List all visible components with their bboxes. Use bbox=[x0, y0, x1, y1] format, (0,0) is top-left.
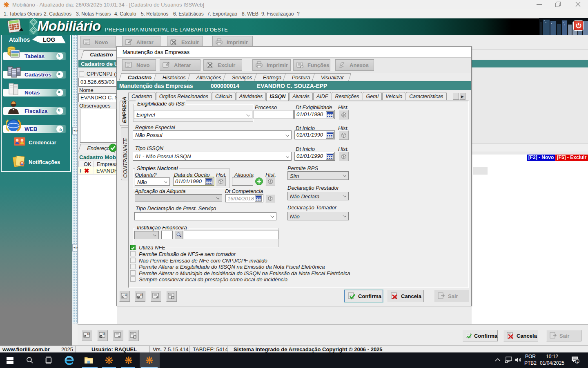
svg-text:10: 10 bbox=[125, 294, 127, 296]
svg-text:10: 10 bbox=[102, 333, 105, 335]
svg-text:1: 1 bbox=[577, 360, 578, 364]
svg-text:10: 10 bbox=[140, 294, 143, 296]
svg-text:10: 10 bbox=[87, 333, 90, 335]
svg-text:LOG: LOG bbox=[43, 36, 55, 43]
